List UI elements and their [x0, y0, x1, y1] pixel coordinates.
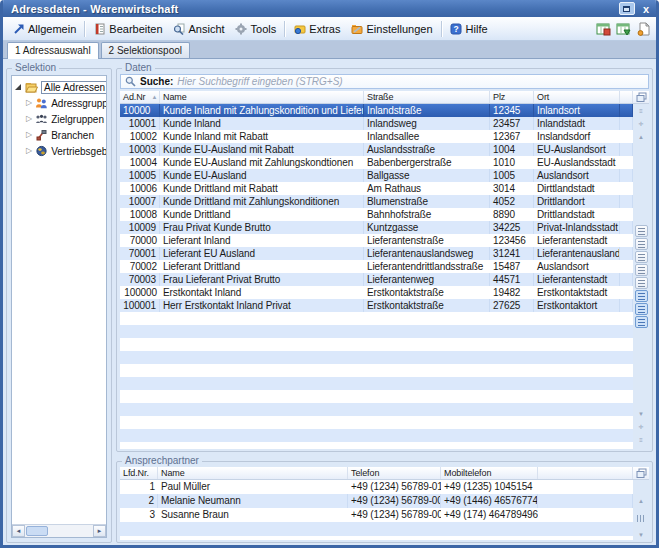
- table-row[interactable]: 70000Lieferant InlandLieferantenstraße12…: [120, 234, 633, 247]
- table-row[interactable]: 3Susanne Braun+49 (1234) 56789-00+49 (17…: [120, 508, 633, 522]
- scroll-up-icon[interactable]: ▲: [638, 497, 644, 506]
- column-header-plz[interactable]: Plz: [490, 91, 534, 103]
- side-button-4[interactable]: [635, 264, 648, 276]
- tree-collapsed-icon[interactable]: ▷: [26, 99, 32, 107]
- tree-item-label[interactable]: Alle Adressen: [41, 81, 107, 94]
- table-row[interactable]: 10004Kunde EU-Ausland mit Zahlungskondti…: [120, 156, 633, 169]
- cell: 10000: [120, 104, 160, 117]
- tab-selektionspool[interactable]: 2 Selektionspool: [101, 42, 190, 58]
- scrollbar-grip[interactable]: [637, 515, 645, 522]
- table-row[interactable]: 100001Herr Erstkontakt Inland PrivatErst…: [120, 299, 633, 312]
- table-row[interactable]: 2Melanie Neumann+49 (1234) 56789-00+49 (…: [120, 494, 633, 508]
- table-row[interactable]: 10003Kunde EU-Ausland mit RabattAuslands…: [120, 143, 633, 156]
- column-header-ort[interactable]: Ort: [534, 91, 620, 103]
- maximize-button[interactable]: [619, 2, 635, 15]
- table-row[interactable]: 10008Kunde DrittlandBahnhofstraße8890Dri…: [120, 208, 633, 221]
- table-row[interactable]: 1Paul Müller+49 (1234) 56789-01+49 (1235…: [120, 480, 633, 494]
- tree-item-label[interactable]: Adressgruppen: [51, 98, 107, 109]
- table-row[interactable]: 10006Kunde Drittland mit RabattAm Rathau…: [120, 182, 633, 195]
- tab-adressauswahl[interactable]: 1 Adressauswahl: [7, 42, 99, 59]
- close-button[interactable]: x: [640, 3, 652, 15]
- table-row[interactable]: 10001Kunde InlandInlandsweg23457Inlandst…: [120, 117, 633, 130]
- tree-item-label[interactable]: Branchen: [51, 130, 94, 141]
- cell: 10004: [120, 156, 160, 169]
- tree-collapsed-icon[interactable]: ▷: [26, 147, 32, 155]
- cell: [620, 299, 633, 312]
- scroll-top-icon[interactable]: ≡: [639, 107, 643, 116]
- arrow-ne-icon: [12, 22, 25, 35]
- scroll-plus-icon[interactable]: ✛: [638, 120, 643, 129]
- side-button-8[interactable]: [635, 316, 648, 328]
- title-bar[interactable]: Adressdaten - Warenwirtschaft x: [3, 0, 656, 17]
- table-import-icon[interactable]: [615, 21, 632, 37]
- table-row[interactable]: 70003Frau Lieferant Privat BruttoLiefera…: [120, 273, 633, 286]
- cell: 10008: [120, 208, 160, 221]
- table-row[interactable]: 10005Kunde EU-AuslandBallgasse1005Auslan…: [120, 169, 633, 182]
- horizontal-scrollbar[interactable]: ◄ ►: [12, 524, 106, 537]
- side-button-1[interactable]: [635, 225, 648, 237]
- menu-bearbeiten[interactable]: Bearbeiten: [88, 20, 167, 37]
- scroll-up-icon[interactable]: ▲: [638, 133, 644, 142]
- scroll-right-icon[interactable]: ►: [93, 525, 106, 537]
- side-button-5[interactable]: [635, 277, 648, 289]
- side-button-3[interactable]: [635, 251, 648, 263]
- column-header-lfdnr[interactable]: Lfd.Nr.: [120, 467, 158, 479]
- column-chooser-icon[interactable]: [633, 467, 649, 480]
- scroll-bottom-icon[interactable]: ≡: [639, 436, 643, 445]
- table-row[interactable]: 10000Kunde Inland mit Zahlungskondition …: [120, 104, 633, 117]
- tree-item-zielgruppen[interactable]: ▷ Zielgruppen: [12, 111, 106, 127]
- menu-hilfe[interactable]: ? Hilfe: [445, 20, 493, 37]
- search-input[interactable]: [177, 76, 644, 87]
- table-row[interactable]: 10009Frau Privat Kunde BruttoKuntzgasse3…: [120, 221, 633, 234]
- cell: [620, 143, 633, 156]
- tree-collapsed-icon[interactable]: ▷: [26, 115, 32, 123]
- tree-item-label[interactable]: Zielgruppen: [51, 114, 104, 125]
- scrollbar-thumb[interactable]: [26, 526, 48, 536]
- scroll-left-icon[interactable]: ◄: [12, 525, 25, 537]
- menu-ansicht[interactable]: Ansicht: [168, 20, 230, 37]
- column-header-mobiltelefon[interactable]: Mobiltelefon: [441, 467, 538, 479]
- side-button-2[interactable]: [635, 238, 648, 250]
- column-header-name[interactable]: Name: [160, 91, 364, 103]
- scroll-down-icon[interactable]: ▼: [638, 531, 644, 540]
- cell: [620, 286, 633, 299]
- cell: [620, 260, 633, 273]
- column-header-adnr[interactable]: Ad.Nr▲: [120, 91, 160, 103]
- column-header-strasse[interactable]: Straße: [364, 91, 490, 103]
- scroll-plus-icon[interactable]: ✛: [638, 423, 643, 432]
- tree-collapsed-icon[interactable]: ▷: [26, 131, 32, 139]
- menu-allgemein[interactable]: Allgemein: [7, 20, 81, 37]
- box-ball-icon: [293, 22, 306, 35]
- column-header-empty: [538, 467, 633, 479]
- table-row[interactable]: 70002Lieferant DrittlandLieferantendritt…: [120, 260, 633, 273]
- scroll-down-icon[interactable]: ▼: [638, 410, 644, 419]
- menu-tools[interactable]: Tools: [230, 20, 282, 37]
- tree-item-branchen[interactable]: ▷ Branchen: [12, 127, 106, 143]
- menu-extras[interactable]: Extras: [288, 20, 345, 37]
- tree-item-label[interactable]: Vertriebsgebiete: [51, 146, 107, 157]
- table-row[interactable]: 10002Kunde Inland mit RabattInlandsallee…: [120, 130, 633, 143]
- column-header-name[interactable]: Name: [158, 467, 348, 479]
- cell: 2: [120, 494, 158, 508]
- menu-einstellungen[interactable]: Einstellungen: [345, 20, 437, 37]
- tree-item-adressgruppen[interactable]: ▷ Adressgruppen: [12, 95, 106, 111]
- tree-expanded-icon[interactable]: [15, 84, 21, 90]
- table-row[interactable]: 10007Kunde Drittland mit Zahlungskonditi…: [120, 195, 633, 208]
- column-chooser-icon[interactable]: [633, 91, 649, 104]
- table-row[interactable]: 70001Lieferant EU AuslandLieferantenausl…: [120, 247, 633, 260]
- scrollbar-track[interactable]: [25, 525, 93, 537]
- tree-item-alle-adressen[interactable]: Alle Adressen: [12, 79, 106, 95]
- cell: +49 (1234) 56789-00: [348, 494, 441, 508]
- table-export-icon[interactable]: [595, 21, 612, 37]
- cell: [538, 480, 633, 494]
- table-row[interactable]: 100000Erstkontakt InlandErstkontaktstraß…: [120, 286, 633, 299]
- new-document-icon[interactable]: [635, 21, 652, 37]
- column-header-telefon[interactable]: Telefon: [348, 467, 441, 479]
- table-filler-row: [120, 403, 633, 416]
- cell: Lieferantenweg: [364, 273, 490, 286]
- side-button-7[interactable]: [635, 303, 648, 315]
- search-bar[interactable]: Suche:: [120, 74, 649, 89]
- side-button-6[interactable]: [635, 290, 648, 302]
- tree-item-vertriebsgebiete[interactable]: ▷ Vertriebsgebiete: [12, 143, 106, 159]
- window-title: Adressdaten - Warenwirtschaft: [11, 3, 619, 15]
